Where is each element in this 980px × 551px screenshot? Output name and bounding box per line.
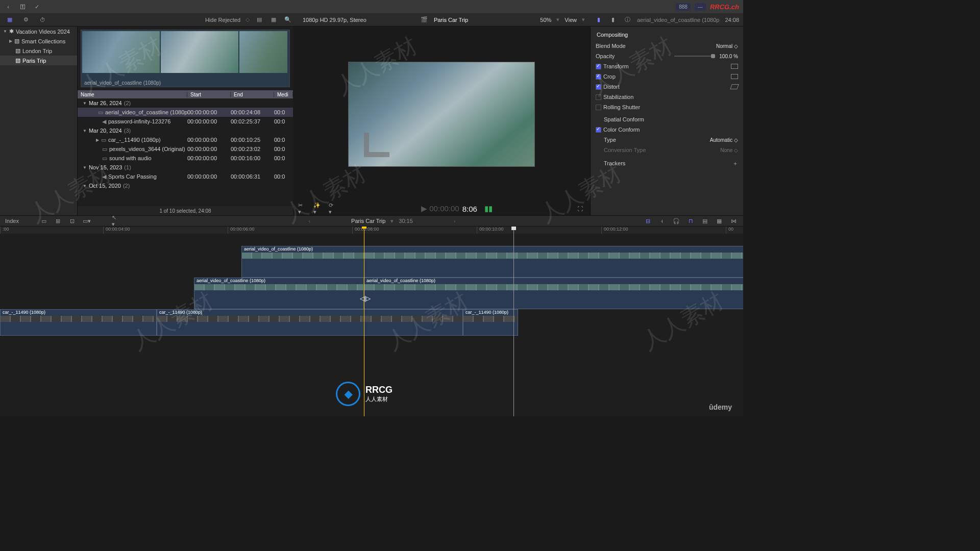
browser-clip-row[interactable]: ▶▭car_-_11490 (1080p)00:00:00:0000:00:10… [78, 135, 293, 144]
header-media[interactable]: Medi [274, 92, 293, 97]
view-menu[interactable]: View [565, 17, 577, 23]
timeline-clip-t1[interactable]: aerial_video_of_coastline (1080p) [241, 246, 743, 278]
effects-icon[interactable]: ▦ [715, 216, 724, 226]
check-icon[interactable]: ✓ [33, 3, 41, 11]
project-name: Paris Car Trip [434, 17, 468, 23]
transform-tool-icon[interactable]: ✂ ▾ [298, 204, 307, 213]
overwrite-clip-icon[interactable]: ▭▾ [82, 216, 91, 226]
add-tracker-icon[interactable]: ＋ [732, 160, 738, 167]
opacity-value[interactable]: 100.0 % [719, 54, 738, 59]
timeline-clip-t3c[interactable]: car_-_11490 (1080p) [463, 309, 518, 336]
timeline-clip-t2b[interactable]: aerial_video_of_coastline (1080p) [364, 278, 743, 309]
browser-clip-row[interactable]: ◀password-infinity-12327600:00:00:0000:0… [78, 117, 293, 126]
ruler-tick: :00 [0, 227, 9, 234]
rolling-shutter-checkbox[interactable] [596, 105, 601, 110]
stabilization-label[interactable]: Stabilization [603, 94, 633, 100]
rolling-shutter-label[interactable]: Rolling Shutter [603, 104, 640, 110]
header-start[interactable]: Start [187, 92, 231, 97]
timeline-clip-t3b[interactable]: car_-_11490 (1080p) [157, 309, 463, 336]
insert-clip-icon[interactable]: ⊞ [54, 216, 63, 226]
header-end[interactable]: End [231, 92, 274, 97]
filmstrip-label: aerial_video_of_coastline (1080p) [84, 80, 161, 86]
distort-reset-icon[interactable] [730, 84, 739, 89]
crop-checkbox[interactable] [596, 74, 601, 80]
library-root[interactable]: ▼✱Vacation Videos 2024 [0, 27, 77, 36]
snapping-icon[interactable]: ⊓ [686, 216, 695, 226]
library-london[interactable]: ▧London Trip [0, 46, 77, 56]
range-end-marker[interactable] [513, 227, 514, 416]
browser-clip-row[interactable]: ▭aerial_video_of_coastline (1080p)00:00:… [78, 108, 293, 117]
ruler-tick: 00:00:12:00 [601, 227, 628, 234]
timeline-index-icon[interactable]: ▤ [700, 216, 709, 226]
transitions-icon[interactable]: ⋈ [729, 216, 738, 226]
fullscreen-icon[interactable]: ⛶ [576, 204, 585, 213]
trackers-label[interactable]: Trackers [596, 160, 732, 166]
badge-2[interactable]: --- [695, 3, 706, 11]
list-header[interactable]: Name Start End Medi [78, 90, 293, 98]
type-value[interactable]: Automatic ◇ [710, 137, 738, 143]
back-icon[interactable]: ‹ [4, 3, 12, 11]
crop-reset-icon[interactable] [731, 74, 738, 79]
clip-inspector-icon[interactable]: ▮ [608, 15, 618, 24]
list-view-icon[interactable]: ▦ [269, 15, 278, 24]
library-paris[interactable]: ▧Paris Trip [0, 56, 77, 65]
timeline-meta: 30:15 [399, 218, 413, 224]
timeline-clip-t3a[interactable]: car_-_11490 (1080p) [0, 309, 157, 336]
retime-tool-icon[interactable]: ⟳ ▾ [329, 204, 338, 213]
viewer-video[interactable] [348, 62, 535, 167]
timeline-nav-back-icon[interactable]: ‹ [308, 218, 310, 224]
bg-task-icon[interactable]: ⏱ [38, 15, 47, 24]
color-conform-label[interactable]: Color Conform [603, 127, 640, 133]
library-sidebar: ▼✱Vacation Videos 2024 ▶▧Smart Collectio… [0, 27, 78, 215]
browser-clip-row[interactable]: ▭sound with audio00:00:00:0000:00:16:000… [78, 154, 293, 163]
distort-label[interactable]: Distort [603, 84, 620, 90]
search-icon[interactable]: 🔍 [283, 15, 292, 24]
timeline-nav-fwd-icon[interactable]: › [454, 218, 456, 224]
transform-reset-icon[interactable] [731, 64, 738, 69]
skimming-icon[interactable]: ⊟ [643, 216, 652, 226]
browser-group[interactable]: ▼ Mar 26, 2024 (2) [78, 98, 293, 108]
crop-label[interactable]: Crop [603, 73, 616, 80]
spatial-conform-label[interactable]: Spatial Conform [596, 116, 738, 122]
import-icon[interactable]: ▦ [5, 15, 14, 24]
browser-group[interactable]: ▼ Nov 15, 2023 (1) [78, 163, 293, 172]
browser-group[interactable]: ▼ Oct 15, 2020 (2) [78, 181, 293, 190]
viewer-timecode: 8:06 [462, 205, 477, 213]
info-inspector-icon[interactable]: ⓘ [623, 15, 632, 24]
keyword-icon[interactable]: ⚙ [21, 15, 31, 24]
transform-checkbox[interactable] [596, 64, 601, 69]
browser-list[interactable]: ▼ Mar 26, 2024 (2)▭aerial_video_of_coast… [78, 98, 293, 206]
opacity-slider[interactable] [674, 56, 715, 57]
timeline-project-name[interactable]: Paris Car Trip [351, 218, 385, 224]
library-smart-collections[interactable]: ▶▧Smart Collections [0, 36, 77, 46]
header-name[interactable]: Name [78, 92, 187, 97]
clip-appearance-icon[interactable]: ▤ [255, 15, 264, 24]
color-conform-checkbox[interactable] [596, 127, 601, 133]
stabilization-checkbox[interactable] [596, 94, 601, 100]
select-tool-icon[interactable]: ↖ ▾ [112, 216, 121, 226]
key-icon[interactable]: ⚿ [18, 3, 27, 11]
filmstrip-preview[interactable]: aerial_video_of_coastline (1080p) [81, 30, 290, 87]
badge-1[interactable]: 888 [676, 3, 691, 11]
blend-mode-label: Blend Mode [596, 43, 716, 49]
audio-skim-icon[interactable]: ⫞ [657, 216, 667, 226]
video-inspector-icon[interactable]: ▮ [594, 15, 603, 24]
ruler-tick: 00:00:06:00 [228, 227, 255, 234]
blend-mode-value[interactable]: Normal ◇ [716, 43, 738, 49]
enhance-tool-icon[interactable]: ✨ ▾ [313, 204, 323, 213]
browser-group[interactable]: ▼ Mar 20, 2024 (3) [78, 126, 293, 135]
connect-clip-icon[interactable]: ▭ [39, 216, 48, 226]
hide-rejected-menu[interactable]: Hide Rejected [205, 17, 240, 23]
transform-label[interactable]: Transform [603, 63, 629, 69]
timeline-toolbar: Index ▭ ⊞ ⊡ ▭▾ ↖ ▾ ‹ Paris Car Trip▾ 30:… [0, 215, 743, 227]
index-button[interactable]: Index [5, 218, 19, 224]
ruler-tick: 00:00:10:00 [477, 227, 504, 234]
zoom-menu[interactable]: 50% [540, 17, 551, 23]
timeline-clip-t2a[interactable]: aerial_video_of_coastline (1080p) [194, 278, 364, 309]
browser-clip-row[interactable]: ▭pexels_videos_3644 (Original)00:00:00:0… [78, 144, 293, 154]
append-clip-icon[interactable]: ⊡ [68, 216, 77, 226]
distort-checkbox[interactable] [596, 84, 601, 90]
solo-icon[interactable]: 🎧 [672, 216, 681, 226]
timeline-ruler[interactable]: :0000:00:04:0000:00:06:0000:00:08:0000:0… [0, 227, 743, 234]
browser-clip-row[interactable]: ◀Sports Car Passing00:00:00:0000:00:06:3… [78, 172, 293, 181]
